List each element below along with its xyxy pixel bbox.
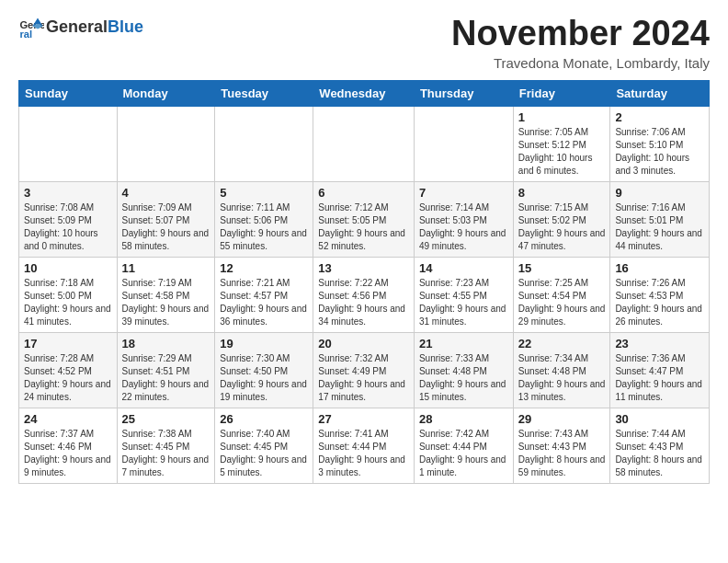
day-number: 14: [419, 261, 508, 275]
calendar-row-3: 17Sunrise: 7:28 AM Sunset: 4:52 PM Dayli…: [19, 332, 710, 408]
day-number: 24: [24, 412, 112, 426]
header: Gene ral GeneralBlue November 2024 Trave…: [18, 15, 710, 71]
calendar-cell: 19Sunrise: 7:30 AM Sunset: 4:50 PM Dayli…: [215, 332, 313, 408]
day-number: 28: [419, 412, 508, 426]
day-info: Sunrise: 7:18 AM Sunset: 5:00 PM Dayligh…: [24, 277, 112, 328]
day-number: 26: [220, 412, 308, 426]
calendar-cell: 16Sunrise: 7:26 AM Sunset: 4:53 PM Dayli…: [610, 257, 710, 332]
calendar-cell: 15Sunrise: 7:25 AM Sunset: 4:54 PM Dayli…: [513, 257, 610, 332]
logo-text-block: GeneralBlue: [46, 18, 143, 37]
calendar-cell: 14Sunrise: 7:23 AM Sunset: 4:55 PM Dayli…: [414, 257, 513, 332]
calendar-cell: 17Sunrise: 7:28 AM Sunset: 4:52 PM Dayli…: [19, 332, 118, 408]
day-number: 23: [615, 337, 704, 350]
calendar-cell: 25Sunrise: 7:38 AM Sunset: 4:45 PM Dayli…: [117, 408, 215, 483]
day-info: Sunrise: 7:05 AM Sunset: 5:12 PM Dayligh…: [518, 126, 606, 178]
day-info: Sunrise: 7:21 AM Sunset: 4:57 PM Dayligh…: [220, 277, 308, 328]
title-area: November 2024 Travedona Monate, Lombardy…: [451, 15, 710, 71]
day-info: Sunrise: 7:42 AM Sunset: 4:44 PM Dayligh…: [419, 428, 508, 479]
calendar-cell: 8Sunrise: 7:15 AM Sunset: 5:02 PM Daylig…: [513, 181, 610, 257]
calendar-cell: 30Sunrise: 7:44 AM Sunset: 4:43 PM Dayli…: [610, 408, 710, 483]
calendar-cell: 20Sunrise: 7:32 AM Sunset: 4:49 PM Dayli…: [313, 332, 415, 408]
day-info: Sunrise: 7:37 AM Sunset: 4:46 PM Dayligh…: [24, 428, 112, 479]
day-info: Sunrise: 7:36 AM Sunset: 4:47 PM Dayligh…: [615, 352, 704, 404]
header-monday: Monday: [117, 80, 215, 106]
day-number: 8: [518, 186, 606, 200]
calendar-row-4: 24Sunrise: 7:37 AM Sunset: 4:46 PM Dayli…: [19, 408, 710, 483]
calendar-cell: 2Sunrise: 7:06 AM Sunset: 5:10 PM Daylig…: [610, 106, 710, 181]
day-number: 7: [419, 186, 508, 200]
day-info: Sunrise: 7:29 AM Sunset: 4:51 PM Dayligh…: [122, 352, 210, 404]
day-info: Sunrise: 7:30 AM Sunset: 4:50 PM Dayligh…: [220, 352, 308, 404]
day-number: 20: [318, 337, 409, 350]
day-info: Sunrise: 7:43 AM Sunset: 4:43 PM Dayligh…: [518, 428, 606, 479]
day-info: Sunrise: 7:28 AM Sunset: 4:52 PM Dayligh…: [24, 352, 112, 404]
calendar-cell: 22Sunrise: 7:34 AM Sunset: 4:48 PM Dayli…: [513, 332, 610, 408]
day-info: Sunrise: 7:44 AM Sunset: 4:43 PM Dayligh…: [615, 428, 704, 479]
calendar-cell: [19, 106, 118, 181]
calendar-cell: 18Sunrise: 7:29 AM Sunset: 4:51 PM Dayli…: [117, 332, 215, 408]
calendar-cell: 1Sunrise: 7:05 AM Sunset: 5:12 PM Daylig…: [513, 106, 610, 181]
calendar-cell: 6Sunrise: 7:12 AM Sunset: 5:05 PM Daylig…: [313, 181, 415, 257]
day-info: Sunrise: 7:34 AM Sunset: 4:48 PM Dayligh…: [518, 352, 606, 404]
day-number: 21: [419, 337, 508, 350]
calendar-cell: 23Sunrise: 7:36 AM Sunset: 4:47 PM Dayli…: [610, 332, 710, 408]
calendar-cell: 24Sunrise: 7:37 AM Sunset: 4:46 PM Dayli…: [19, 408, 118, 483]
day-number: 29: [518, 412, 606, 426]
header-friday: Friday: [513, 80, 610, 106]
calendar-cell: 21Sunrise: 7:33 AM Sunset: 4:48 PM Dayli…: [414, 332, 513, 408]
header-wednesday: Wednesday: [313, 80, 415, 106]
day-number: 3: [24, 186, 112, 200]
day-number: 17: [24, 337, 112, 350]
calendar-cell: 13Sunrise: 7:22 AM Sunset: 4:56 PM Dayli…: [313, 257, 415, 332]
calendar-cell: 26Sunrise: 7:40 AM Sunset: 4:45 PM Dayli…: [215, 408, 313, 483]
calendar-cell: [313, 106, 415, 181]
day-number: 22: [518, 337, 606, 350]
day-info: Sunrise: 7:23 AM Sunset: 4:55 PM Dayligh…: [419, 277, 508, 328]
calendar-cell: [117, 106, 215, 181]
calendar: Sunday Monday Tuesday Wednesday Thursday…: [18, 80, 710, 484]
calendar-cell: [414, 106, 513, 181]
calendar-cell: 29Sunrise: 7:43 AM Sunset: 4:43 PM Dayli…: [513, 408, 610, 483]
calendar-cell: 5Sunrise: 7:11 AM Sunset: 5:06 PM Daylig…: [215, 181, 313, 257]
calendar-row-0: 1Sunrise: 7:05 AM Sunset: 5:12 PM Daylig…: [19, 106, 710, 181]
day-info: Sunrise: 7:16 AM Sunset: 5:01 PM Dayligh…: [615, 201, 704, 253]
day-info: Sunrise: 7:19 AM Sunset: 4:58 PM Dayligh…: [122, 277, 210, 328]
day-info: Sunrise: 7:32 AM Sunset: 4:49 PM Dayligh…: [318, 352, 409, 404]
day-number: 4: [122, 186, 210, 200]
day-info: Sunrise: 7:12 AM Sunset: 5:05 PM Dayligh…: [318, 201, 409, 253]
day-info: Sunrise: 7:38 AM Sunset: 4:45 PM Dayligh…: [122, 428, 210, 479]
weekday-header-row: Sunday Monday Tuesday Wednesday Thursday…: [19, 80, 710, 106]
day-info: Sunrise: 7:09 AM Sunset: 5:07 PM Dayligh…: [122, 201, 210, 253]
day-number: 15: [518, 261, 606, 275]
header-tuesday: Tuesday: [215, 80, 313, 106]
calendar-row-1: 3Sunrise: 7:08 AM Sunset: 5:09 PM Daylig…: [19, 181, 710, 257]
calendar-cell: 7Sunrise: 7:14 AM Sunset: 5:03 PM Daylig…: [414, 181, 513, 257]
header-saturday: Saturday: [610, 80, 710, 106]
logo: Gene ral GeneralBlue: [18, 15, 143, 40]
svg-text:ral: ral: [19, 29, 32, 40]
day-number: 30: [615, 412, 704, 426]
day-number: 16: [615, 261, 704, 275]
day-number: 5: [220, 186, 308, 200]
calendar-row-2: 10Sunrise: 7:18 AM Sunset: 5:00 PM Dayli…: [19, 257, 710, 332]
month-title: November 2024: [451, 15, 710, 53]
calendar-cell: 28Sunrise: 7:42 AM Sunset: 4:44 PM Dayli…: [414, 408, 513, 483]
day-info: Sunrise: 7:08 AM Sunset: 5:09 PM Dayligh…: [24, 201, 112, 253]
logo-blue: Blue: [108, 17, 143, 36]
calendar-cell: 4Sunrise: 7:09 AM Sunset: 5:07 PM Daylig…: [117, 181, 215, 257]
day-number: 2: [615, 110, 704, 124]
day-number: 12: [220, 261, 308, 275]
calendar-cell: 11Sunrise: 7:19 AM Sunset: 4:58 PM Dayli…: [117, 257, 215, 332]
day-number: 11: [122, 261, 210, 275]
calendar-cell: [215, 106, 313, 181]
day-info: Sunrise: 7:26 AM Sunset: 4:53 PM Dayligh…: [615, 277, 704, 328]
day-info: Sunrise: 7:11 AM Sunset: 5:06 PM Dayligh…: [220, 201, 308, 253]
day-number: 27: [318, 412, 409, 426]
day-info: Sunrise: 7:40 AM Sunset: 4:45 PM Dayligh…: [220, 428, 308, 479]
day-number: 13: [318, 261, 409, 275]
day-info: Sunrise: 7:25 AM Sunset: 4:54 PM Dayligh…: [518, 277, 606, 328]
day-number: 9: [615, 186, 704, 200]
day-info: Sunrise: 7:06 AM Sunset: 5:10 PM Dayligh…: [615, 126, 704, 178]
calendar-cell: 12Sunrise: 7:21 AM Sunset: 4:57 PM Dayli…: [215, 257, 313, 332]
header-sunday: Sunday: [19, 80, 118, 106]
